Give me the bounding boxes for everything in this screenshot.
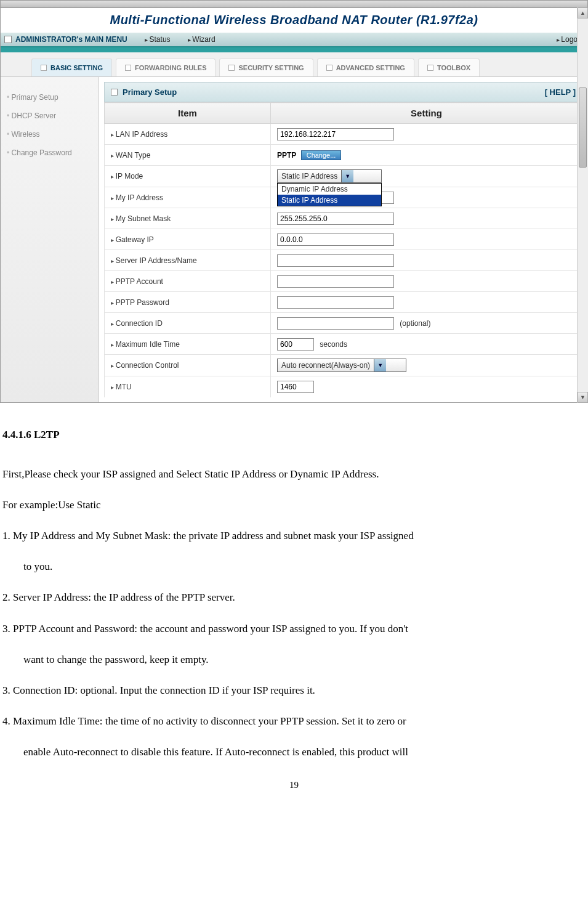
settings-table: Item Setting LAN IP Address WAN Type PPT… <box>104 102 582 397</box>
ip-mode-option-dynamic[interactable]: Dynamic IP Address <box>278 184 381 195</box>
doc-list-item-cont: want to change the password, keep it emp… <box>2 646 586 673</box>
gateway-ip-input[interactable] <box>277 233 394 246</box>
connection-control-select[interactable]: Auto reconnect(Always-on) ▼ <box>277 359 406 372</box>
server-ip-input[interactable] <box>277 254 394 267</box>
row-idle-time-label: Maximum Idle Time <box>105 334 271 355</box>
window-title-bar <box>1 1 587 8</box>
wan-type-change-button[interactable]: Change... <box>301 150 342 160</box>
row-connection-id-label: Connection ID <box>105 313 271 334</box>
tab-forwarding-rules[interactable]: FORWARDING RULES <box>116 59 216 76</box>
ip-mode-dropdown-list: Dynamic IP Address Static IP Address <box>277 183 382 206</box>
panel-title: Primary Setup <box>123 87 177 97</box>
connection-id-note: (optional) <box>400 319 430 328</box>
row-pptp-account-label: PPTP Account <box>105 271 271 292</box>
doc-list-item: 1. My IP Address and My Subnet Mask: the… <box>2 522 586 550</box>
tab-icon <box>427 65 433 71</box>
tab-bar: BASIC SETTING FORWARDING RULES SECURITY … <box>1 52 587 77</box>
ip-mode-selected: Static IP Address <box>278 172 341 181</box>
panel-header: Primary Setup [ HELP ] <box>104 82 582 102</box>
help-link[interactable]: [ HELP ] <box>545 87 576 97</box>
tab-icon <box>326 65 332 71</box>
sidebar-item-primary-setup[interactable]: Primary Setup <box>6 91 94 104</box>
sidebar-item-change-password[interactable]: Change Password <box>6 146 94 160</box>
document-body: 4.4.1.6 L2TP First,Please check your ISP… <box>0 403 588 776</box>
pptp-password-input[interactable] <box>277 296 394 309</box>
accent-strip <box>1 47 587 52</box>
page-number: 19 <box>0 776 588 794</box>
idle-time-note: seconds <box>320 340 347 349</box>
tab-icon <box>228 65 235 71</box>
ip-mode-select[interactable]: Static IP Address ▼ <box>277 169 382 183</box>
tab-label: ADVANCED SETTING <box>336 64 405 71</box>
panel-icon <box>111 89 118 95</box>
row-lan-ip-label: LAN IP Address <box>105 124 271 145</box>
row-wan-type-label: WAN Type <box>105 145 271 166</box>
doc-list-item: 4. Maximum Idle Time: the time of no act… <box>2 708 586 735</box>
row-ip-mode-label: IP Mode <box>105 166 271 187</box>
chevron-down-icon: ▼ <box>341 170 353 182</box>
doc-paragraph: For example:Use Static <box>2 492 586 519</box>
lan-ip-input[interactable] <box>277 128 394 140</box>
doc-paragraph: First,Please check your ISP assigned and… <box>2 461 586 488</box>
doc-list-item: 3. PPTP Account and Password: the accoun… <box>2 615 586 643</box>
app-header-title: Multi-Functional Wireless Broadband NAT … <box>1 8 587 32</box>
connection-id-input[interactable] <box>277 317 394 330</box>
mtu-input[interactable] <box>277 381 314 393</box>
row-connection-control-label: Connection Control <box>105 355 271 376</box>
tab-basic-setting[interactable]: BASIC SETTING <box>31 59 112 76</box>
sidebar: Primary Setup DHCP Server Wireless Chang… <box>1 77 99 402</box>
admin-menu-label[interactable]: ADMINISTRATOR's MAIN MENU <box>15 35 127 44</box>
main-menu-bar: ADMINISTRATOR's MAIN MENU Status Wizard … <box>1 32 587 47</box>
col-item: Item <box>105 103 271 124</box>
section-heading: 4.4.1.6 L2TP <box>2 421 586 448</box>
row-gateway-label: Gateway IP <box>105 229 271 250</box>
scroll-up-arrow-icon[interactable]: ▲ <box>578 7 588 18</box>
menu-status[interactable]: Status <box>145 35 171 44</box>
connection-control-selected: Auto reconnect(Always-on) <box>278 361 374 370</box>
subnet-mask-input[interactable] <box>277 213 394 225</box>
tab-label: FORWARDING RULES <box>135 64 207 71</box>
ip-mode-option-static[interactable]: Static IP Address <box>278 195 381 206</box>
doc-list-item: 2. Server IP Address: the IP address of … <box>2 584 586 611</box>
tab-advanced-setting[interactable]: ADVANCED SETTING <box>317 59 414 76</box>
tab-icon <box>41 65 47 71</box>
menu-wizard[interactable]: Wizard <box>188 35 215 44</box>
tab-label: SECURITY SETTING <box>238 64 304 71</box>
sidebar-item-wireless[interactable]: Wireless <box>6 128 94 141</box>
tab-label: BASIC SETTING <box>50 64 103 71</box>
sidebar-item-dhcp-server[interactable]: DHCP Server <box>6 109 94 123</box>
doc-list-item-cont: enable Auto-reconnect to disable this fe… <box>2 739 586 766</box>
tab-toolbox[interactable]: TOOLBOX <box>418 59 480 76</box>
col-setting: Setting <box>271 103 582 124</box>
main-panel: Primary Setup [ HELP ] Item Setting LAN … <box>99 77 587 402</box>
doc-list-item-cont: to you. <box>2 553 586 580</box>
pptp-account-input[interactable] <box>277 275 394 288</box>
scrollbar-thumb[interactable] <box>579 87 587 168</box>
vertical-scrollbar[interactable]: ▲ ▼ <box>577 7 588 403</box>
scroll-down-arrow-icon[interactable]: ▼ <box>578 392 588 403</box>
row-pptp-password-label: PPTP Password <box>105 292 271 313</box>
row-my-ip-label: My IP Address <box>105 187 271 208</box>
tab-security-setting[interactable]: SECURITY SETTING <box>219 59 313 76</box>
tab-label: TOOLBOX <box>437 64 470 71</box>
row-mtu-label: MTU <box>105 376 271 397</box>
tab-icon <box>125 65 131 71</box>
wan-type-value: PPTP <box>277 151 296 160</box>
note-icon <box>4 36 12 43</box>
doc-list-item: 3. Connection ID: optional. Input the co… <box>2 677 586 704</box>
row-server-ip-label: Server IP Address/Name <box>105 250 271 271</box>
chevron-down-icon: ▼ <box>374 359 386 371</box>
idle-time-input[interactable] <box>277 338 314 351</box>
row-subnet-label: My Subnet Mask <box>105 208 271 229</box>
